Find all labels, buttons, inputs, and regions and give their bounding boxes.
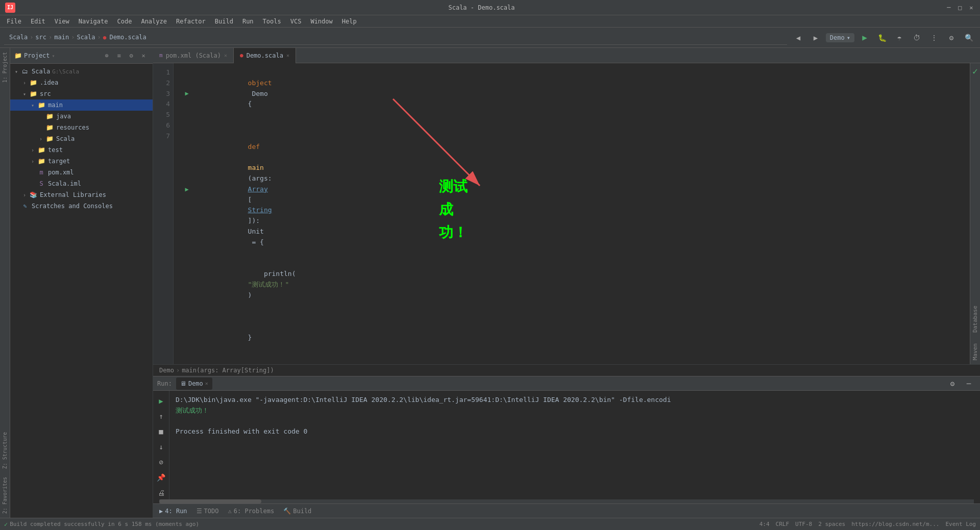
run-tab-demo[interactable]: 🖥 Demo ✕ [176, 377, 212, 390]
run-gutter-1[interactable]: ▶ [182, 89, 192, 98]
code-line-1: ▶ object Demo { [182, 67, 962, 120]
tree-item-scala-root[interactable]: ▾ 🗂 Scala G:\Scala [10, 66, 153, 77]
collapse-all-button[interactable]: ≡ [114, 51, 124, 61]
tree-item-target[interactable]: › 📁 target [10, 156, 153, 167]
tree-item-scratches[interactable]: ✎ Scratches and Consoles [10, 200, 153, 212]
menu-window[interactable]: Window [306, 17, 336, 26]
tree-item-ext-libs[interactable]: › 📚 External Libraries [10, 189, 153, 200]
left-edge-panel: 1: Project Z: Structure 2: Favorites [0, 48, 10, 518]
tree-item-java[interactable]: 📁 java [10, 111, 153, 122]
folder-icon: 📁 [37, 100, 46, 110]
menu-edit[interactable]: Edit [27, 17, 50, 26]
tab-close-run[interactable]: ✕ [205, 381, 208, 386]
encoding[interactable]: UTF-8 [795, 521, 812, 527]
menu-analyze[interactable]: Analyze [137, 17, 171, 26]
breadcrumb-src[interactable]: src [35, 34, 46, 41]
tool-tab-build[interactable]: 🔨 Build [279, 507, 315, 516]
run-gutter-2[interactable]: ▶ [182, 185, 192, 194]
scroll-down-button[interactable]: ↓ [155, 441, 167, 453]
project-tab[interactable]: 1: Project [1, 48, 9, 87]
tree-item-scala-src[interactable]: › 📁 Scala [10, 133, 153, 144]
run-config-selector[interactable]: Demo ▾ [826, 33, 854, 42]
minimize-button[interactable]: ─ [945, 4, 952, 11]
horizontal-scrollbar[interactable] [159, 499, 974, 503]
line-ending[interactable]: CRLF [776, 521, 790, 527]
clear-output-button[interactable]: ⊘ [155, 456, 167, 468]
code-line-4: } [182, 311, 962, 354]
scroll-up-button[interactable]: ↑ [155, 410, 167, 422]
xml-tab-icon: m [159, 52, 163, 59]
breadcrumb-scala2[interactable]: Scala [77, 34, 95, 41]
breadcrumb-demo[interactable]: Demo [159, 367, 174, 374]
run-button[interactable]: ▶ [857, 31, 872, 45]
tree-item-scala-iml[interactable]: S Scala.iml [10, 178, 153, 189]
breadcrumb-scala[interactable]: Scala [9, 34, 28, 41]
menu-code[interactable]: Code [113, 17, 136, 26]
scrollbar-thumb[interactable] [159, 499, 261, 503]
menu-navigate[interactable]: Navigate [75, 17, 112, 26]
console-settings-button[interactable]: ⚙ [945, 376, 960, 391]
minimize-panel-button[interactable]: ─ [962, 376, 976, 391]
tree-item-idea[interactable]: › 📁 .idea [10, 77, 153, 88]
tree-item-main[interactable]: ▾ 📁 main [10, 99, 153, 111]
tab-close-pom[interactable]: ✕ [224, 53, 227, 58]
scratches-icon: ✎ [20, 201, 30, 211]
project-dropdown-icon[interactable]: ▾ [52, 53, 55, 59]
chevron-down-icon: ▾ [847, 34, 850, 41]
forward-button[interactable]: ▶ [808, 31, 823, 45]
breadcrumb-main-method[interactable]: main(args: Array[String]) [182, 367, 274, 374]
project-settings-button[interactable]: ⚙ [126, 51, 136, 61]
iml-file-icon: S [37, 179, 46, 188]
tool-tab-run[interactable]: ▶ 4: Run [155, 507, 191, 516]
menu-help[interactable]: Help [338, 17, 361, 26]
folder-icon: 📁 [14, 52, 22, 59]
locate-file-button[interactable]: ⊕ [102, 51, 112, 61]
breadcrumb-main[interactable]: main [54, 34, 69, 41]
z-favorites-tab[interactable]: 2: Favorites [1, 473, 9, 518]
breadcrumb-file[interactable]: Demo.scala [109, 34, 146, 41]
tab-close-demo[interactable]: ✕ [286, 53, 289, 58]
tool-tab-problems[interactable]: ⚠ 6: Problems [224, 507, 279, 516]
indent-info[interactable]: 2 spaces [818, 521, 845, 527]
settings-button[interactable]: ⚙ [944, 31, 959, 45]
database-tab[interactable]: Database [971, 301, 979, 337]
maximize-button[interactable]: □ [957, 4, 964, 11]
code-editor[interactable]: 1 2 3 4 5 6 7 ▶ object Demo { [153, 63, 980, 364]
menu-file[interactable]: File [3, 17, 26, 26]
more-run-button[interactable]: ⋮ [927, 31, 941, 45]
tree-item-resources[interactable]: 📁 resources [10, 122, 153, 133]
run-again-button[interactable]: ▶ [155, 395, 167, 407]
run-tab-group: Run: 🖥 Demo ✕ [157, 377, 212, 390]
maven-tab[interactable]: Maven [971, 339, 979, 364]
menu-build[interactable]: Build [211, 17, 237, 26]
menu-refactor[interactable]: Refactor [172, 17, 210, 26]
back-button[interactable]: ◀ [791, 31, 805, 45]
print-button[interactable]: 🖨 [155, 487, 167, 499]
menu-tools[interactable]: Tools [259, 17, 285, 26]
tree-item-pom[interactable]: m pom.xml [10, 167, 153, 178]
menu-vcs[interactable]: VCS [286, 17, 306, 26]
coverage-button[interactable]: ☂ [892, 31, 906, 45]
z-structure-tab[interactable]: Z: Structure [1, 428, 9, 473]
menu-view[interactable]: View [51, 17, 74, 26]
pin-tab-button[interactable]: 📌 [155, 471, 167, 484]
code-content[interactable]: ▶ object Demo { ▶ def [174, 63, 970, 364]
tab-pom-xml[interactable]: m pom.xml (Scala) ✕ [153, 48, 234, 63]
tree-item-test[interactable]: › 📁 test [10, 144, 153, 156]
cursor-position[interactable]: 4:4 [760, 521, 770, 527]
profile-button[interactable]: ⏱ [910, 31, 924, 45]
menu-bar: File Edit View Navigate Code Analyze Ref… [0, 15, 980, 28]
tree-item-src[interactable]: ▾ 📁 src [10, 88, 153, 99]
event-log-button[interactable]: Event Log [945, 521, 976, 527]
console-line-1: D:\JDK\bin\java.exe "-javaagent:D:\Intel… [176, 395, 974, 406]
debug-button[interactable]: 🐛 [875, 31, 889, 45]
close-button[interactable]: ✕ [968, 4, 975, 11]
tab-demo-scala[interactable]: ● Demo.scala ✕ [234, 48, 296, 63]
stop-button[interactable]: ■ [155, 425, 167, 438]
todo-icon: ☰ [197, 508, 202, 515]
run-icon: ▶ [159, 508, 163, 515]
search-everywhere-button[interactable]: 🔍 [962, 31, 976, 45]
tool-tab-todo[interactable]: ☰ TODO [192, 507, 223, 516]
menu-run[interactable]: Run [238, 17, 258, 26]
close-project-panel-button[interactable]: ✕ [138, 51, 149, 61]
